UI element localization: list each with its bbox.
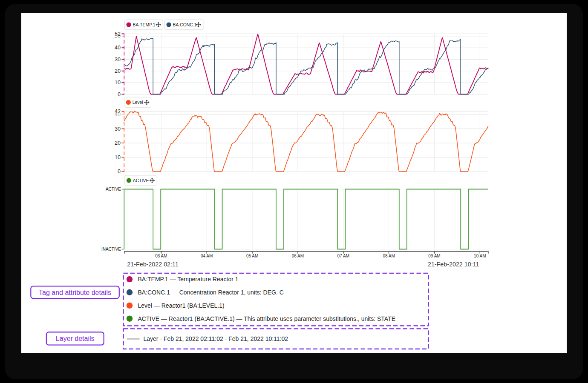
svg-text:BA:TEMP.1 — Temperature Reacto: BA:TEMP.1 — Temperature Reactor 1 (138, 276, 239, 283)
svg-text:09 AM: 09 AM (428, 254, 440, 258)
svg-text:21-Feb-2022 02:11: 21-Feb-2022 02:11 (127, 261, 179, 268)
svg-text:04 AM: 04 AM (201, 254, 213, 258)
svg-text:INACTIVE: INACTIVE (101, 247, 121, 252)
svg-text:20: 20 (115, 140, 121, 146)
svg-text:10 AM: 10 AM (474, 254, 486, 258)
svg-text:BA:CONC.1 — Concentration Reac: BA:CONC.1 — Concentration Reactor 1, uni… (138, 289, 284, 296)
svg-text:ACTIVE: ACTIVE (133, 178, 149, 183)
svg-text:06 AM: 06 AM (292, 254, 304, 258)
svg-text:03 AM: 03 AM (155, 254, 167, 258)
svg-text:Layer details: Layer details (56, 335, 95, 342)
svg-text:08 AM: 08 AM (383, 254, 395, 258)
svg-text:30: 30 (115, 126, 121, 132)
svg-text:21-Feb-2022 10:11: 21-Feb-2022 10:11 (428, 261, 479, 268)
svg-text:05 AM: 05 AM (246, 254, 258, 258)
svg-text:40: 40 (115, 111, 121, 117)
svg-text:ACTIVE — Reactor1 (BA:ACTIVE.1: ACTIVE — Reactor1 (BA:ACTIVE.1) — This a… (138, 315, 396, 322)
svg-text:50: 50 (115, 33, 121, 39)
svg-text:BA:CONC.1: BA:CONC.1 (173, 23, 197, 27)
svg-text:BA:TEMP.1: BA:TEMP.1 (133, 23, 156, 27)
svg-text:Layer - Feb 21, 2022 02:11:02: Layer - Feb 21, 2022 02:11:02 - Feb 21, … (144, 335, 288, 342)
svg-text:30: 30 (115, 57, 121, 63)
svg-text:Level — Reactor1 (BA:LEVEL.1): Level — Reactor1 (BA:LEVEL.1) (138, 302, 225, 309)
svg-text:07 AM: 07 AM (337, 254, 349, 258)
svg-text:10: 10 (115, 80, 121, 86)
svg-text:20: 20 (115, 68, 121, 74)
svg-text:40: 40 (115, 45, 121, 51)
svg-text:10: 10 (115, 154, 121, 160)
svg-text:0: 0 (118, 91, 121, 97)
svg-text:ACTIVE: ACTIVE (106, 187, 121, 192)
svg-text:Level: Level (133, 100, 143, 105)
svg-text:Tag and attribute details: Tag and attribute details (39, 289, 111, 296)
svg-text:0: 0 (118, 169, 121, 174)
